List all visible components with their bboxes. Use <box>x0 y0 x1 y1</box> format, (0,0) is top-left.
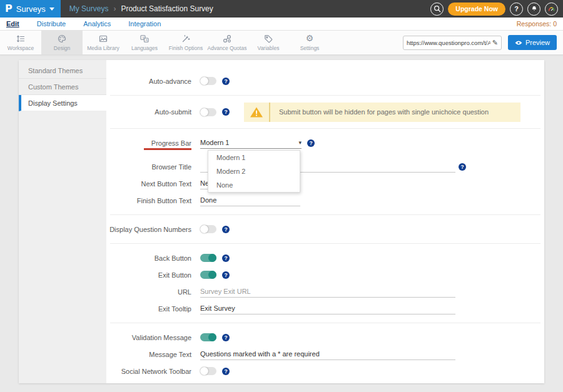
divider <box>110 128 540 129</box>
toggle-knob <box>200 367 208 375</box>
toolbar-finish-options[interactable]: Finish Options <box>165 31 206 54</box>
display-question-numbers-toggle[interactable] <box>200 225 216 233</box>
toolbar-media-library[interactable]: Media Library <box>83 31 124 54</box>
display-question-numbers-help-icon[interactable]: ? <box>222 226 230 233</box>
finish-button-text-input[interactable] <box>200 195 300 206</box>
breadcrumb-my-surveys[interactable]: My Surveys <box>69 4 109 13</box>
message-text-label: Message Text <box>106 351 200 358</box>
exit-tooltip-label: Exit Tooltip <box>106 305 200 313</box>
toolbar-settings-label: Settings <box>300 45 320 51</box>
design-sidebar: Standard Themes Custom Themes Display Se… <box>19 60 106 383</box>
tab-analytics[interactable]: Analytics <box>83 20 111 28</box>
toggle-knob <box>200 108 208 116</box>
preview-button-label: Preview <box>525 39 550 46</box>
auto-submit-toggle[interactable] <box>200 108 216 116</box>
sidebar-item-standard-themes[interactable]: Standard Themes <box>19 63 106 79</box>
auto-submit-warning: Submit button will be hidden for pages w… <box>244 103 520 122</box>
progress-bar-select[interactable]: Modern 1 ▾ <box>200 137 302 149</box>
select-caret-icon: ▾ <box>298 139 302 146</box>
browser-title-help-icon[interactable]: ? <box>459 163 466 171</box>
row-progress-bar: Progress Bar Modern 1 ▾ Modern 1 Modern … <box>106 134 544 151</box>
breadcrumb-separator-icon: › <box>113 4 116 13</box>
auto-submit-help-icon[interactable]: ? <box>222 108 230 116</box>
product-switcher[interactable]: P Surveys <box>0 0 61 18</box>
warning-triangle-icon <box>250 106 263 118</box>
row-message-text: Message Text <box>106 346 544 363</box>
breadcrumb: My Surveys › Product Satisfaction Survey <box>61 0 213 18</box>
toolbar-advance-quotas-label: Advance Quotas <box>208 45 247 51</box>
upgrade-now-button[interactable]: Upgrade Now <box>448 3 505 16</box>
notifications-button[interactable] <box>527 3 540 16</box>
toolbar-languages[interactable]: 文A Languages <box>124 31 165 54</box>
dropdown-option-modern-2[interactable]: Modern 2 <box>208 164 300 178</box>
top-header: P Surveys My Surveys › Product Satisfact… <box>0 0 563 18</box>
auto-advance-toggle[interactable] <box>200 77 216 85</box>
validation-message-help-icon[interactable]: ? <box>222 334 230 341</box>
auto-advance-help-icon[interactable]: ? <box>222 78 230 85</box>
sidebar-item-display-settings[interactable]: Display Settings <box>19 95 106 111</box>
toggle-knob <box>200 77 208 85</box>
progress-bar-help-icon[interactable]: ? <box>307 139 315 147</box>
row-finish-button-text: Finish Button Text <box>106 192 544 209</box>
edit-url-icon[interactable]: ✎ <box>492 39 498 47</box>
help-button[interactable]: ? <box>510 3 523 16</box>
toolbar-right: ✎ Preview <box>403 31 563 54</box>
dropdown-option-none[interactable]: None <box>208 178 300 192</box>
display-question-numbers-label: Display Question Numbers <box>106 226 200 233</box>
toolbar-settings[interactable]: ⚙ Settings <box>289 31 330 54</box>
chevron-down-icon <box>49 8 54 11</box>
survey-url-box: ✎ <box>403 36 502 50</box>
toggle-knob <box>200 225 208 233</box>
row-exit-url: URL <box>106 283 544 300</box>
exit-button-toggle[interactable] <box>200 271 216 279</box>
product-name: Surveys <box>16 4 46 14</box>
row-validation-message: Validation Message ? <box>106 329 544 346</box>
divider <box>110 323 540 323</box>
auto-submit-label: Auto-submit <box>106 108 200 116</box>
tab-edit[interactable]: Edit <box>6 20 19 28</box>
validation-message-toggle[interactable] <box>200 333 216 341</box>
toolbar-advance-quotas[interactable]: Advance Quotas <box>206 31 248 54</box>
auto-advance-label: Auto-advance <box>106 78 200 85</box>
progress-bar-selected-value: Modern 1 <box>200 139 229 146</box>
row-exit-button: Exit Button ? <box>106 266 544 283</box>
back-button-label: Back Button <box>106 254 200 262</box>
toggle-knob <box>208 271 216 279</box>
dropdown-option-modern-1[interactable]: Modern 1 <box>208 151 300 164</box>
search-icon <box>434 5 441 13</box>
design-panel: Standard Themes Custom Themes Display Se… <box>19 60 544 383</box>
progress-bar-select-wrap: Modern 1 ▾ Modern 1 Modern 2 None <box>200 137 302 149</box>
annotation-red-underline <box>144 148 191 150</box>
sidebar-item-custom-themes[interactable]: Custom Themes <box>19 79 106 95</box>
back-button-help-icon[interactable]: ? <box>222 254 230 262</box>
search-button[interactable] <box>430 3 444 16</box>
exit-url-input[interactable] <box>200 286 455 298</box>
responses-count[interactable]: Responses: 0 <box>517 20 557 28</box>
questionpro-logo-icon: P <box>5 4 13 14</box>
account-usage-button[interactable] <box>545 3 558 16</box>
preview-button[interactable]: Preview <box>508 35 557 50</box>
divider <box>110 385 540 386</box>
message-text-input[interactable] <box>200 349 455 360</box>
row-browser-title: Browser Title ? <box>106 158 544 175</box>
row-exit-tooltip: Exit Tooltip <box>106 300 544 317</box>
finish-options-icon <box>181 34 191 44</box>
toolbar-languages-label: Languages <box>131 45 158 51</box>
survey-url-input[interactable] <box>407 39 490 46</box>
toolbar-workspace[interactable]: Workspace <box>0 31 41 54</box>
exit-button-help-icon[interactable]: ? <box>222 271 230 279</box>
tab-integration[interactable]: Integration <box>128 20 161 28</box>
social-network-toolbar-toggle[interactable] <box>200 367 216 375</box>
back-button-toggle[interactable] <box>200 254 216 262</box>
exit-tooltip-input[interactable] <box>200 303 455 314</box>
toolbar-variables[interactable]: Variables <box>248 31 289 54</box>
tab-distribute[interactable]: Distribute <box>37 20 66 28</box>
toolbar-design[interactable]: Design <box>41 31 83 54</box>
row-back-button: Back Button ? <box>106 249 544 266</box>
progress-bar-dropdown-menu: Modern 1 Modern 2 None <box>208 150 300 193</box>
svg-text:文: 文 <box>142 36 145 39</box>
question-mark-icon: ? <box>514 5 519 13</box>
social-network-toolbar-help-icon[interactable]: ? <box>222 368 230 375</box>
toggle-knob <box>208 254 216 262</box>
toolbar-finish-options-label: Finish Options <box>169 45 203 51</box>
